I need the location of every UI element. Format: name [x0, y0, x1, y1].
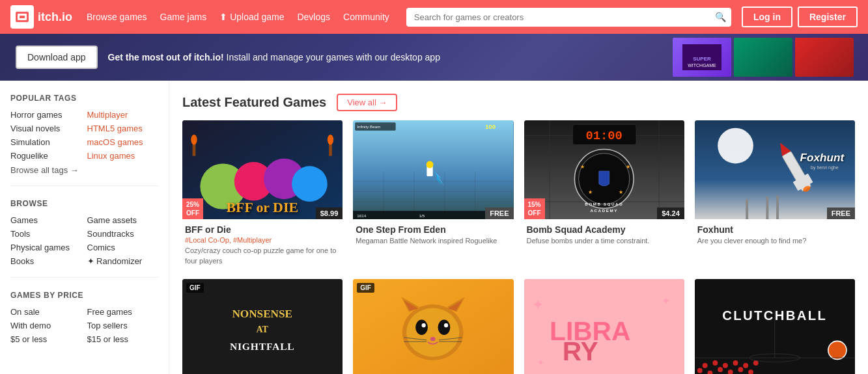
- svg-rect-60: [776, 196, 779, 220]
- svg-point-94: [743, 363, 748, 368]
- register-button[interactable]: Register: [798, 7, 858, 27]
- price-cols: On sale With demo $5 or less Free games …: [10, 306, 158, 345]
- browse-tools-link[interactable]: Tools: [10, 228, 82, 239]
- browse-right-col: Game assets Soundtracks Comics ✦ Randomi…: [87, 215, 159, 267]
- game-card-eden[interactable]: Infinity Beam 100 1614 1/5: [353, 120, 513, 269]
- svg-rect-58: [746, 199, 748, 219]
- svg-text:✦: ✦: [537, 358, 544, 367]
- free-games-link[interactable]: Free games: [87, 306, 159, 317]
- browse-books-link[interactable]: Books: [10, 256, 82, 267]
- game-thumb-clutchball: CLUTCHBALL: [695, 279, 855, 374]
- divider-1: [10, 185, 158, 186]
- svg-text:by henri nghe: by henri nghe: [811, 165, 839, 170]
- game-card-pink[interactable]: LIBRA RY ✦ ✦ ✦: [524, 279, 684, 374]
- search-input[interactable]: [406, 8, 731, 27]
- with-demo-link[interactable]: With demo: [10, 320, 82, 331]
- thumb-img-bomb: 01:00 ★ ★ ★ ★ BOMB SQUAD: [524, 120, 684, 219]
- svg-text:Foxhunt: Foxhunt: [800, 151, 845, 164]
- svg-text:★: ★: [618, 189, 623, 195]
- header: itch.io Browse games Game jams ⬆ Upload …: [0, 0, 868, 34]
- tag-visual-novels[interactable]: Visual novels: [10, 123, 82, 134]
- svg-point-93: [733, 360, 738, 366]
- tag-linux-games[interactable]: Linux games: [87, 150, 159, 161]
- discount-badge-bff: 25%OFF: [182, 198, 203, 219]
- browse-comics-link[interactable]: Comics: [87, 242, 159, 253]
- browse-randomizer-link[interactable]: ✦ Randomizer: [87, 256, 159, 267]
- nav-game-jams[interactable]: Game jams: [154, 8, 214, 26]
- tag-multiplayer[interactable]: Multiplayer: [87, 109, 159, 120]
- game-desc-eden: Megaman Battle Network inspired Roguelik…: [356, 236, 511, 246]
- nav-devlogs[interactable]: Devlogs: [290, 8, 337, 26]
- browse-soundtracks-link[interactable]: Soundtracks: [87, 228, 159, 239]
- top-sellers-link[interactable]: Top sellers: [87, 320, 159, 331]
- tag-macos-games[interactable]: macOS games: [87, 137, 159, 148]
- game-desc-bff: Cozy/crazy couch co-op puzzle game for o…: [185, 246, 340, 266]
- svg-point-74: [415, 320, 428, 335]
- search-button[interactable]: 🔍: [715, 12, 726, 22]
- svg-point-98: [718, 367, 723, 372]
- search-box: 🔍: [406, 8, 731, 27]
- browse-cols: Games Tools Physical games Books Game as…: [10, 215, 158, 267]
- banner-bold-text: Get the most out of itch.io!: [108, 52, 224, 62]
- featured-section-header: Latest Featured Games View all →: [182, 94, 855, 111]
- svg-point-95: [753, 360, 759, 366]
- svg-text:AT: AT: [256, 324, 268, 334]
- svg-text:BFF or DIE: BFF or DIE: [226, 200, 298, 215]
- browse-all-tags-link[interactable]: Browse all tags →: [10, 165, 158, 175]
- game-card-foxhunt[interactable]: Foxhunt by henri nghe FREE Foxhunt Are y…: [695, 120, 855, 269]
- banner: Download app Get the most out of itch.io…: [0, 34, 868, 81]
- game-card-yellow[interactable]: GIF: [353, 279, 513, 374]
- featured-title: Latest Featured Games: [182, 95, 326, 110]
- tag-simulation[interactable]: Simulation: [10, 137, 82, 148]
- browse-games-link[interactable]: Games: [10, 215, 82, 226]
- download-app-button[interactable]: Download app: [16, 46, 98, 69]
- game-info-foxhunt: Foxhunt Are you clever enough to find me…: [695, 219, 855, 248]
- game-thumb-foxhunt: Foxhunt by henri nghe FREE: [695, 120, 855, 219]
- main-layout: POPULAR TAGS Horror games Visual novels …: [0, 81, 868, 374]
- thumb-img-foxhunt: Foxhunt by henri nghe: [695, 120, 855, 219]
- thumb-img-pink: LIBRA RY ✦ ✦ ✦: [524, 279, 684, 374]
- view-all-button[interactable]: View all →: [337, 94, 397, 111]
- tags-right-col: Multiplayer HTML5 games macOS games Linu…: [87, 109, 159, 161]
- main-nav: Browse games Game jams ⬆ Upload game Dev…: [80, 8, 396, 26]
- tag-roguelike[interactable]: Roguelike: [10, 150, 82, 161]
- game-grid-row1: BFF or DIE 25%OFF $8.99 BFF or Die #Loca…: [182, 120, 855, 269]
- game-card-clutchball[interactable]: CLUTCHBALL: [695, 279, 855, 374]
- login-button[interactable]: Log in: [742, 7, 792, 27]
- auth-buttons: Log in Register: [742, 7, 858, 27]
- game-thumb-eden: Infinity Beam 100 1614 1/5: [353, 120, 513, 219]
- svg-text:Infinity Beam: Infinity Beam: [357, 124, 381, 129]
- 15-or-less-link[interactable]: $15 or less: [87, 334, 159, 345]
- svg-point-96: [697, 368, 703, 373]
- tag-html5-games[interactable]: HTML5 games: [87, 123, 159, 134]
- logo[interactable]: itch.io: [10, 5, 72, 29]
- 5-or-less-link[interactable]: $5 or less: [10, 334, 82, 345]
- on-sale-link[interactable]: On sale: [10, 306, 82, 317]
- price-left-col: On sale With demo $5 or less: [10, 306, 82, 345]
- nav-browse-games[interactable]: Browse games: [80, 8, 154, 26]
- game-tags-bff: #Local Co-Op, #Multiplayer: [185, 236, 340, 244]
- game-thumb-nonsense: GIF NONSENSE AT NIGHTFALL: [182, 279, 343, 374]
- tag-horror-games[interactable]: Horror games: [10, 109, 82, 120]
- thumb-img-eden: Infinity Beam 100 1614 1/5: [353, 120, 513, 219]
- banner-thumb-2: [734, 38, 792, 77]
- nav-upload-game[interactable]: ⬆ Upload game: [213, 8, 290, 26]
- svg-text:BOMB SQUAD: BOMB SQUAD: [585, 202, 623, 206]
- browse-physical-games-link[interactable]: Physical games: [10, 242, 82, 253]
- svg-text:1/5: 1/5: [419, 213, 425, 218]
- nav-community[interactable]: Community: [337, 8, 396, 26]
- game-card-nonsense[interactable]: GIF NONSENSE AT NIGHTFALL: [182, 279, 343, 374]
- popular-tags-title: POPULAR TAGS: [10, 94, 158, 103]
- popular-tags-cols: Horror games Visual novels Simulation Ro…: [10, 109, 158, 161]
- game-card-bff-or-die[interactable]: BFF or DIE 25%OFF $8.99 BFF or Die #Loca…: [182, 120, 343, 269]
- svg-point-100: [738, 367, 743, 372]
- game-card-bomb[interactable]: 01:00 ★ ★ ★ ★ BOMB SQUAD: [524, 120, 684, 269]
- svg-text:★: ★: [580, 164, 584, 170]
- svg-point-91: [712, 360, 718, 366]
- svg-point-15: [328, 135, 333, 145]
- svg-text:SUPER: SUPER: [693, 56, 711, 62]
- svg-text:★: ★: [626, 164, 630, 170]
- browse-game-assets-link[interactable]: Game assets: [87, 215, 159, 226]
- sidebar: POPULAR TAGS Horror games Visual novels …: [0, 81, 169, 374]
- banner-thumb-3: [795, 38, 854, 77]
